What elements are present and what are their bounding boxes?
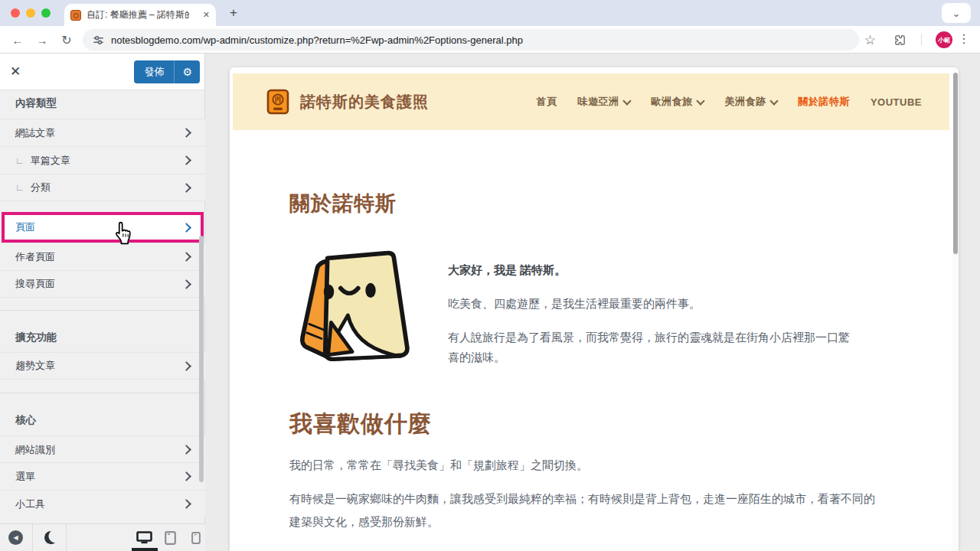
site-brand[interactable]: 諾特斯的美食護照: [266, 89, 429, 115]
nav-item-home[interactable]: 首頁: [536, 95, 557, 109]
chevron-right-icon: [181, 252, 191, 262]
chevron-right-icon: [181, 155, 191, 165]
nav-item-asia[interactable]: 味遊亞洲: [577, 95, 630, 109]
sticky-note-mascot-illustration: [283, 248, 426, 380]
traffic-light-minimize-icon[interactable]: [26, 8, 35, 18]
footer-divider: [66, 524, 67, 551]
tab-strip: 自訂: 餐廳推薦 – 諾特斯的美食護照 ✕ + ⌄: [0, 0, 980, 26]
tab-search-chevron-icon[interactable]: ⌄: [942, 3, 971, 23]
page-title: 關於諾特斯: [289, 190, 397, 217]
sidebar-item-menus[interactable]: 選單: [0, 462, 205, 490]
toolbar-divider: [921, 34, 922, 46]
preview-scrollbar-thumb[interactable]: [953, 73, 958, 254]
customizer-footer: ◀: [0, 523, 205, 551]
chevron-down-icon: [770, 96, 779, 105]
publish-button[interactable]: 發佈: [134, 60, 174, 83]
customizer-topbar: ✕ 發佈 ⚙: [0, 54, 204, 90]
preview-pane: 諾特斯的美食護照 首頁 味遊亞洲 歐洲食旅 美洲食跡: [205, 54, 980, 551]
chevron-right-icon: [181, 361, 191, 371]
about-intro-text: 大家好，我是 諾特斯。 吃美食、四處遊歷，是我生活裡最重要的兩件事。 有人說旅行…: [448, 260, 855, 381]
sidebar-item-single-post[interactable]: ∟ 單篇文章: [0, 146, 205, 174]
subitem-prefix: ∟: [15, 182, 24, 193]
intro-greeting: 大家好，我是 諾特斯。: [448, 260, 855, 280]
desktop-preview-icon[interactable]: [136, 531, 152, 544]
section-heading-content-types: 內容類型: [15, 96, 57, 110]
chevron-right-icon: [181, 183, 191, 193]
traffic-light-close-icon[interactable]: [11, 8, 20, 18]
collapse-sidebar-icon[interactable]: ◀: [8, 530, 23, 545]
sidebar-item-author-page[interactable]: 作者頁面: [0, 243, 205, 270]
sidebar-scrollbar[interactable]: [199, 236, 204, 482]
sidebar-item-widgets[interactable]: 小工具: [0, 490, 205, 517]
tablet-preview-icon[interactable]: [165, 531, 176, 545]
browser-menu-dots-icon[interactable]: ⋮: [958, 31, 970, 46]
subitem-prefix: ∟: [15, 155, 24, 166]
section-paragraph-2: 有時候是一碗家鄉味的牛肉麵，讓我感受到最純粹的幸福；有時候則是背上背包，走進一座…: [289, 487, 882, 533]
profile-avatar[interactable]: 小範: [936, 31, 952, 48]
nav-item-about[interactable]: 關於諾特斯: [798, 95, 850, 109]
extensions-puzzle-icon[interactable]: [893, 34, 906, 47]
footer-divider: [32, 524, 33, 551]
site-title[interactable]: 諾特斯的美食護照: [300, 92, 429, 112]
mobile-preview-icon[interactable]: [191, 532, 201, 544]
chevron-down-icon: [623, 96, 632, 105]
section-heading-core: 核心: [15, 413, 36, 427]
reload-button[interactable]: ↻: [58, 31, 75, 48]
tab-title: 自訂: 餐廳推薦 – 諾特斯的美食護照: [87, 8, 189, 21]
sidebar-item-category[interactable]: ∟ 分類: [0, 174, 205, 201]
tab-close-icon[interactable]: ✕: [203, 10, 210, 20]
site-header: 諾特斯的美食護照 首頁 味遊亞洲 歐洲食旅 美洲食跡: [233, 73, 949, 130]
chevron-right-icon: [181, 471, 191, 481]
browser-tab[interactable]: 自訂: 餐廳推薦 – 諾特斯的美食護照 ✕: [64, 4, 216, 26]
forward-button[interactable]: →: [34, 31, 51, 48]
nav-item-america[interactable]: 美洲食跡: [724, 95, 777, 109]
sidebar-item-site-identity[interactable]: 網站識別: [0, 435, 205, 463]
site-info-tune-icon[interactable]: [93, 34, 104, 46]
sidebar-item-pages-highlighted[interactable]: 頁面: [2, 212, 204, 243]
section-paragraph-1: 我的日常，常常在「尋找美食」和「規劃旅程」之間切換。: [289, 455, 882, 475]
intro-paragraph-1: 吃美食、四處遊歷，是我生活裡最重要的兩件事。: [448, 294, 855, 314]
sidebar-item-search-page[interactable]: 搜尋頁面: [0, 270, 205, 298]
sidebar-item-blog-posts[interactable]: 網誌文章: [0, 119, 205, 146]
passport-logo-icon: [266, 89, 289, 115]
customizer-sidebar: ✕ 發佈 ⚙ 內容類型 網誌文章 ∟ 單篇文章 ∟ 分類 頁面 作: [0, 54, 205, 551]
new-tab-button[interactable]: +: [225, 5, 242, 21]
publish-settings-gear-icon[interactable]: ⚙: [175, 60, 200, 83]
chevron-right-icon: [181, 128, 191, 138]
chevron-right-icon: [181, 223, 191, 233]
dark-mode-moon-icon[interactable]: [43, 530, 58, 545]
publish-button-group: 發佈 ⚙: [134, 60, 200, 83]
traffic-light-zoom-icon[interactable]: [41, 8, 51, 18]
close-customizer-icon[interactable]: ✕: [10, 64, 21, 80]
chevron-right-icon: [181, 445, 191, 455]
nav-item-youtube[interactable]: YOUTUBE: [871, 96, 922, 108]
nav-item-europe[interactable]: 歐洲食旅: [651, 95, 704, 109]
section-divider: [0, 393, 205, 393]
section-heading-extensions: 擴充功能: [15, 331, 57, 344]
preview-scrollbar-track[interactable]: [952, 67, 959, 551]
chevron-down-icon: [697, 96, 705, 105]
url-text[interactable]: notesblogdemo.com/wp-admin/customize.php…: [111, 34, 523, 46]
section-divider: [0, 310, 205, 311]
hand-pointer-cursor-icon: [112, 220, 135, 246]
browser-toolbar: ← → ↻ notesblogdemo.com/wp-admin/customi…: [0, 26, 980, 54]
site-nav: 首頁 味遊亞洲 歐洲食旅 美洲食跡 關於諾特斯: [536, 73, 922, 130]
back-button[interactable]: ←: [9, 31, 26, 48]
preview-page: 諾特斯的美食護照 首頁 味遊亞洲 歐洲食旅 美洲食跡: [230, 67, 959, 551]
bookmark-star-icon[interactable]: ☆: [864, 32, 876, 48]
browser-window: 自訂: 餐廳推薦 – 諾特斯的美食護照 ✕ + ⌄ ← → ↻ notesblo…: [0, 0, 980, 551]
address-bar[interactable]: notesblogdemo.com/wp-admin/customize.php…: [83, 29, 859, 51]
chevron-right-icon: [181, 499, 191, 509]
chevron-right-icon: [181, 279, 191, 289]
active-device-indicator: [132, 548, 158, 551]
site-favicon-icon: [70, 10, 81, 21]
section-title-what-i-like: 我喜歡做什麼: [289, 409, 432, 440]
sidebar-item-trending-posts[interactable]: 趨勢文章: [0, 352, 205, 380]
intro-paragraph-2: 有人說旅行是為了看風景，而我常覺得，旅行的靈魂就是在街角小店裡那一口驚喜的滋味。: [448, 328, 855, 367]
